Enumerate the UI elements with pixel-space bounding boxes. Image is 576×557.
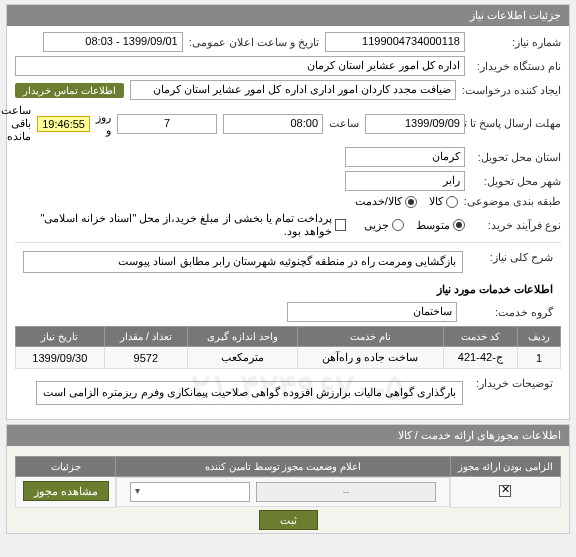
deadline-label: مهلت ارسال پاسخ تا تاریخ: (471, 117, 561, 130)
province-label: استان محل تحویل: (471, 151, 561, 164)
proc-medium-label: متوسط (416, 219, 450, 232)
payment-note-text: پرداخت تمام یا بخشی از مبلغ خرید،از محل … (15, 212, 332, 238)
permissions-panel: اطلاعات مجوزهای ارائه خدمت / کالا الزامی… (6, 424, 570, 534)
service-group-field: ساختمان (287, 302, 457, 322)
perm-mandatory-cell (450, 477, 560, 508)
category-radios: کالا کالا/خدمت (355, 195, 458, 208)
cat-goods-option[interactable]: کالا (429, 195, 458, 208)
cell-qty: 9572 (104, 347, 187, 369)
cell-unit: مترمکعب (188, 347, 298, 369)
cat-service-option[interactable]: کالا/خدمت (355, 195, 417, 208)
cell-date: 1399/09/30 (16, 347, 105, 369)
desc-label: شرح کلی نیاز: (463, 251, 553, 264)
perm-header: اطلاعات مجوزهای ارائه خدمت / کالا (7, 425, 569, 446)
radio-icon (453, 219, 465, 231)
buyer-note-box: بارگذاری گواهی مالیات برارزش افزوده گواه… (36, 381, 463, 405)
perm-status-cell: -- (116, 477, 450, 507)
services-table: ردیف کد خدمت نام خدمت واحد اندازه گیری ت… (15, 326, 561, 369)
perm-table: الزامی بودن ارائه مجوز اعلام وضعیت مجوز … (15, 456, 561, 508)
status-disabled-field: -- (256, 482, 436, 502)
process-radios: متوسط جزیی (364, 219, 465, 232)
radio-icon (405, 196, 417, 208)
perm-details-cell: مشاهده مجوز (16, 477, 116, 508)
col-unit: واحد اندازه گیری (188, 327, 298, 347)
table-row: 1 ج-42-421 ساخت جاده و راه‌آهن مترمکعب 9… (16, 347, 561, 369)
panel-title: جزئیات اطلاعات نیاز (7, 5, 569, 26)
cat-goods-label: کالا (429, 195, 443, 208)
perm-col-details: جزئیات (16, 457, 116, 477)
cell-code: ج-42-421 (443, 347, 518, 369)
radio-icon (446, 196, 458, 208)
col-idx: ردیف (518, 327, 561, 347)
city-field: رابر (345, 171, 465, 191)
deadline-time-field: 08:00 (223, 114, 323, 134)
days-unit: روز و (96, 111, 111, 137)
payment-note-item: پرداخت تمام یا بخشی از مبلغ خرید،از محل … (15, 212, 346, 238)
category-label: طبقه بندی موضوعی: (464, 195, 561, 208)
cell-name: ساخت جاده و راه‌آهن (298, 347, 443, 369)
pub-date-field: 1399/09/01 - 08:03 (43, 32, 183, 52)
proc-partial-option[interactable]: جزیی (364, 219, 404, 232)
req-no-field: 1199004734000118 (325, 32, 465, 52)
mandatory-checkbox[interactable] (499, 485, 511, 497)
col-qty: تعداد / مقدار (104, 327, 187, 347)
service-group-label: گروه خدمت: (463, 306, 553, 319)
cat-service-label: کالا/خدمت (355, 195, 402, 208)
buyer-org-field: اداره کل امور عشایر استان کرمان (15, 56, 465, 76)
view-permit-button[interactable]: مشاهده مجوز (23, 481, 109, 501)
creator-label: ایجاد کننده درخواست: (462, 84, 561, 97)
perm-row: -- مشاهده مجوز (16, 477, 561, 508)
perm-col-status: اعلام وضعیت مجوز توسط تامین کننده (116, 457, 451, 477)
col-date: تاریخ نیاز (16, 327, 105, 347)
save-button[interactable]: ثبت (259, 510, 318, 530)
perm-col-mandatory: الزامی بودن ارائه مجوز (450, 457, 560, 477)
deadline-time-label: ساعت (329, 117, 359, 130)
proc-partial-label: جزیی (364, 219, 389, 232)
desc-field: بازگشایی ومرمت راه در منطقه گچنوئیه شهرس… (23, 251, 463, 273)
pub-date-label: تاریخ و ساعت اعلان عمومی: (189, 36, 319, 49)
service-info-title: اطلاعات خدمات مورد نیاز (15, 277, 561, 302)
hours-left-box: 19:46:55 (37, 116, 90, 132)
days-left-field: 7 (117, 114, 217, 134)
process-label: نوع فرآیند خرید: (471, 219, 561, 232)
req-no-label: شماره نیاز: (471, 36, 561, 49)
need-details-panel: جزئیات اطلاعات نیاز شماره نیاز: 11990047… (6, 4, 570, 420)
status-select[interactable] (130, 482, 250, 502)
checkbox-icon (335, 219, 346, 231)
proc-medium-option[interactable]: متوسط (416, 219, 465, 232)
radio-icon (392, 219, 404, 231)
cell-idx: 1 (518, 347, 561, 369)
buyer-org-label: نام دستگاه خریدار: (471, 60, 561, 73)
col-code: کد خدمت (443, 327, 518, 347)
hours-unit: ساعت باقی مانده (1, 104, 31, 143)
buyer-note-label: توضیحات خریدار: (463, 377, 553, 390)
city-label: شهر محل تحویل: (471, 175, 561, 188)
creator-field: ضیافت مجدد کاردان امور اداری اداره کل ام… (130, 80, 456, 100)
buyer-contact-link[interactable]: اطلاعات تماس خریدار (15, 83, 124, 98)
col-name: نام خدمت (298, 327, 443, 347)
province-field: کرمان (345, 147, 465, 167)
deadline-date-field: 1399/09/09 (365, 114, 465, 134)
